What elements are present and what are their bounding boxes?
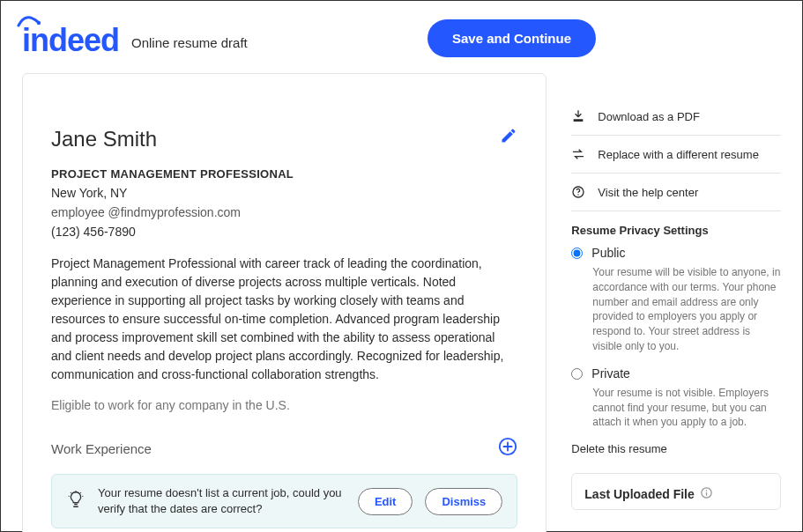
resume-card: Jane Smith PROJECT MANAGEMENT PROFESSION… <box>22 73 546 532</box>
delete-resume-link[interactable]: Delete this resume <box>571 442 781 455</box>
work-experience-heading: Work Experience <box>51 441 152 456</box>
help-center-label: Visit the help center <box>598 186 698 199</box>
privacy-public-desc: Your resume will be visible to anyone, i… <box>592 265 781 354</box>
resume-name: Jane Smith <box>51 127 517 151</box>
tip-edit-button[interactable]: Edit <box>358 488 413 515</box>
replace-resume-link[interactable]: Replace with a different resume <box>571 136 781 174</box>
lightbulb-icon <box>66 490 86 513</box>
edit-icon[interactable] <box>500 127 517 148</box>
svg-point-5 <box>706 490 708 491</box>
sidebar: Download as a PDF Replace with a differe… <box>571 73 781 532</box>
resume-summary: Project Management Professional with car… <box>51 255 517 384</box>
privacy-private-input[interactable] <box>571 368 583 380</box>
save-continue-button[interactable]: Save and Continue <box>428 19 596 57</box>
help-icon <box>571 185 585 199</box>
svg-point-3 <box>578 194 579 195</box>
header: indeed Online resume draft Save and Cont… <box>1 1 802 73</box>
privacy-public-radio[interactable]: Public <box>571 246 781 260</box>
resume-phone: (123) 456-7890 <box>51 225 517 239</box>
download-pdf-label: Download as a PDF <box>598 110 700 123</box>
tip-text: Your resume doesn't list a current job, … <box>98 485 346 517</box>
logo: indeed <box>22 17 119 59</box>
tip-box: Your resume doesn't list a current job, … <box>51 474 517 528</box>
download-icon <box>571 109 585 123</box>
resume-role: PROJECT MANAGEMENT PROFESSIONAL <box>51 167 517 181</box>
resume-location: New York, NY <box>51 186 517 200</box>
download-pdf-link[interactable]: Download as a PDF <box>571 98 781 136</box>
privacy-private-desc: Your resume is not visible. Employers ca… <box>592 386 781 430</box>
last-uploaded-heading: Last Uploaded File <box>584 487 694 501</box>
resume-email: employee @findmyprofession.com <box>51 205 517 219</box>
privacy-public-input[interactable] <box>571 248 583 259</box>
privacy-private-radio[interactable]: Private <box>571 366 781 381</box>
logo-arc-icon <box>17 15 41 27</box>
privacy-heading: Resume Privacy Settings <box>571 224 781 237</box>
page-tagline: Online resume draft <box>131 35 248 50</box>
swap-icon <box>571 147 585 161</box>
privacy-private-label: Private <box>591 366 630 381</box>
info-icon[interactable] <box>700 486 713 502</box>
logo-text: indeed <box>22 22 119 59</box>
last-uploaded-box: Last Uploaded File <box>571 473 781 510</box>
tip-dismiss-button[interactable]: Dismiss <box>425 488 502 515</box>
help-center-link[interactable]: Visit the help center <box>571 174 781 211</box>
replace-resume-label: Replace with a different resume <box>598 148 759 161</box>
privacy-public-label: Public <box>591 246 625 260</box>
resume-eligibility: Eligible to work for any company in the … <box>51 398 517 412</box>
work-experience-section: Work Experience <box>51 437 517 460</box>
add-work-experience-icon[interactable] <box>498 437 517 460</box>
svg-point-0 <box>37 21 41 25</box>
